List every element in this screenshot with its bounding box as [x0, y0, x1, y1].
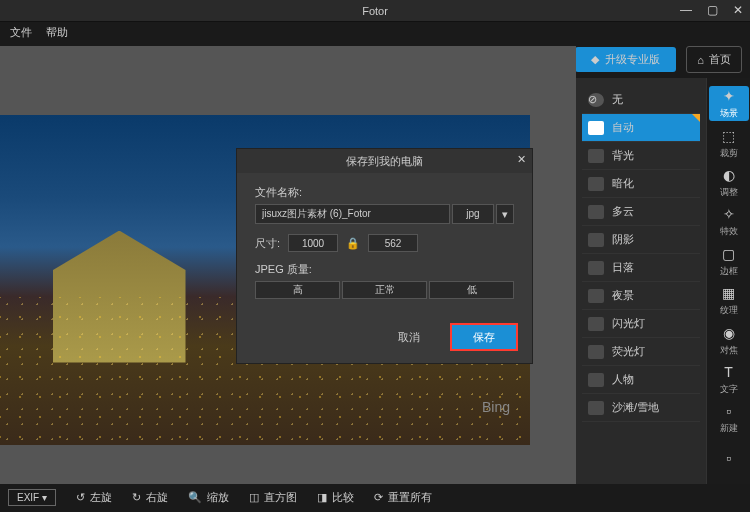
- chevron-down-icon: ▾: [502, 208, 508, 221]
- sidebar-item-flash[interactable]: 闪光灯: [582, 310, 700, 338]
- app-title: Fotor: [362, 5, 388, 17]
- save-dialog: 保存到我的电脑 ✕ 文件名称: jpg ▾ 尺寸: 🔒 JPEG 质量: 高 正…: [236, 148, 533, 364]
- reset-button[interactable]: ⟳重置所有: [374, 490, 432, 505]
- portrait-icon: [588, 373, 604, 387]
- tool-focus[interactable]: ◉对焦: [709, 322, 749, 357]
- sidebar-item-darken[interactable]: 暗化: [582, 170, 700, 198]
- zoom-button[interactable]: 🔍缩放: [188, 490, 229, 505]
- tool-crop[interactable]: ⬚裁剪: [709, 125, 749, 160]
- bing-watermark: Bing: [482, 399, 510, 415]
- bottombar: EXIF ▾ ↺左旋 ↻右旋 🔍缩放 ◫直方图 ◨比较 ⟳重置所有: [8, 486, 742, 508]
- cloud-icon: [588, 205, 604, 219]
- titlebar: Fotor — ▢ ✕: [0, 0, 750, 22]
- filename-input[interactable]: [255, 204, 450, 224]
- beach-icon: [588, 401, 604, 415]
- sidebar-item-sunset[interactable]: 日落: [582, 254, 700, 282]
- tool-adjust[interactable]: ◐调整: [709, 165, 749, 200]
- quality-normal-button[interactable]: 正常: [342, 281, 427, 299]
- close-button[interactable]: ✕: [730, 2, 746, 18]
- compare-button[interactable]: ◨比较: [317, 490, 354, 505]
- width-input[interactable]: [288, 234, 338, 252]
- sidebar-item-fluorescent[interactable]: 荧光灯: [582, 338, 700, 366]
- sidebar-item-backlight[interactable]: 背光: [582, 142, 700, 170]
- focus-icon: ◉: [720, 324, 738, 342]
- scene-icon: ✦: [720, 87, 738, 105]
- sidebar-item-cloudy[interactable]: 多云: [582, 198, 700, 226]
- dialog-title: 保存到我的电脑: [346, 154, 423, 169]
- dialog-titlebar[interactable]: 保存到我的电脑 ✕: [237, 149, 532, 173]
- shade-icon: [588, 233, 604, 247]
- histogram-icon: ◫: [249, 491, 259, 504]
- effects-icon: ✧: [720, 205, 738, 223]
- none-icon: ⊘: [588, 93, 604, 107]
- maximize-button[interactable]: ▢: [704, 2, 720, 18]
- frame-icon: ▢: [720, 245, 738, 263]
- sidebar-item-shade[interactable]: 阴影: [582, 226, 700, 254]
- filename-label: 文件名称:: [255, 185, 514, 200]
- sidebar-item-none[interactable]: ⊘无: [582, 86, 700, 114]
- rotate-left-icon: ↺: [76, 491, 85, 504]
- size-label: 尺寸:: [255, 236, 280, 251]
- crop-icon: ⬚: [720, 127, 738, 145]
- camera-icon: [588, 121, 604, 135]
- height-input[interactable]: [368, 234, 418, 252]
- tool-text[interactable]: T文字: [709, 362, 749, 397]
- rotate-right-button[interactable]: ↻右旋: [132, 490, 168, 505]
- tool-frame[interactable]: ▢边框: [709, 244, 749, 279]
- tool-rail: ✦场景 ⬚裁剪 ◐调整 ✧特效 ▢边框 ▦纹理 ◉对焦 T文字 ▫新建 ▫: [706, 78, 750, 484]
- reset-icon: ⟳: [374, 491, 383, 504]
- lock-icon[interactable]: 🔒: [346, 236, 360, 250]
- menubar: 文件 帮助: [0, 22, 750, 42]
- fluorescent-icon: [588, 345, 604, 359]
- dialog-close-icon[interactable]: ✕: [517, 153, 526, 166]
- night-icon: [588, 289, 604, 303]
- quality-label: JPEG 质量:: [255, 262, 514, 277]
- page-icon: ▫: [720, 449, 738, 467]
- exif-button[interactable]: EXIF ▾: [8, 489, 56, 506]
- tool-scene[interactable]: ✦场景: [709, 86, 749, 121]
- sidebar-item-portrait[interactable]: 人物: [582, 366, 700, 394]
- tool-effects[interactable]: ✧特效: [709, 204, 749, 239]
- flash-icon: [588, 317, 604, 331]
- extension-select[interactable]: jpg: [452, 204, 494, 224]
- menu-file[interactable]: 文件: [10, 25, 32, 40]
- minimize-button[interactable]: —: [678, 2, 694, 18]
- cancel-button[interactable]: 取消: [378, 325, 440, 349]
- rotate-left-button[interactable]: ↺左旋: [76, 490, 112, 505]
- tool-extra[interactable]: ▫: [709, 441, 749, 476]
- darken-icon: [588, 177, 604, 191]
- rotate-right-icon: ↻: [132, 491, 141, 504]
- adjust-icon: ◐: [720, 166, 738, 184]
- quality-high-button[interactable]: 高: [255, 281, 340, 299]
- new-icon: ▫: [720, 402, 738, 420]
- tool-texture[interactable]: ▦纹理: [709, 283, 749, 318]
- save-button[interactable]: 保存: [450, 323, 518, 351]
- scene-preset-list: ⊘无 自动 背光 暗化 多云 阴影 日落 夜景 闪光灯 荧光灯 人物 沙滩/雪地: [576, 78, 706, 484]
- sunset-icon: [588, 261, 604, 275]
- histogram-button[interactable]: ◫直方图: [249, 490, 297, 505]
- menu-help[interactable]: 帮助: [46, 25, 68, 40]
- sidebar-item-night[interactable]: 夜景: [582, 282, 700, 310]
- text-icon: T: [720, 363, 738, 381]
- texture-icon: ▦: [720, 284, 738, 302]
- extension-dropdown-button[interactable]: ▾: [496, 204, 514, 224]
- compare-icon: ◨: [317, 491, 327, 504]
- sidebar-item-beach[interactable]: 沙滩/雪地: [582, 394, 700, 422]
- tool-new[interactable]: ▫新建: [709, 401, 749, 436]
- zoom-icon: 🔍: [188, 491, 202, 504]
- backlight-icon: [588, 149, 604, 163]
- quality-low-button[interactable]: 低: [429, 281, 514, 299]
- sidebar-item-auto[interactable]: 自动: [582, 114, 700, 142]
